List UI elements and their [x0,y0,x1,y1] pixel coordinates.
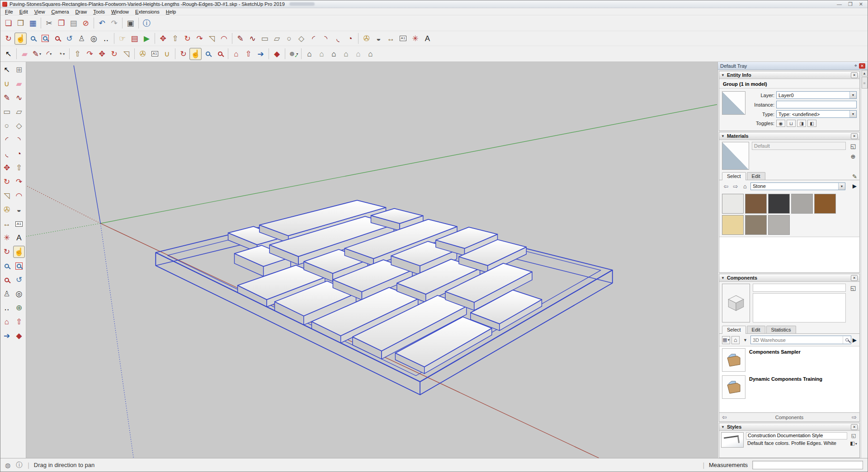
secondary-pane-icon[interactable]: ◱ [850,285,856,291]
offset-tool[interactable]: ◠ [218,33,230,45]
visible-toggle[interactable]: ◉ [776,120,785,127]
back-icon[interactable]: ⇦ [722,182,730,190]
style-name[interactable]: Construction Documentation Style [746,432,847,439]
push-pull-tool[interactable]: ⇧ [13,162,25,174]
component-options-tool[interactable]: ▤ [128,33,141,45]
cut-tool[interactable]: ✂ [43,17,55,29]
print-tool[interactable]: ▣ [124,17,137,29]
text-tool[interactable]: A1 [149,48,161,60]
zoom-extents-tool[interactable] [51,33,63,45]
menu-camera[interactable]: Camera [48,9,72,15]
pan-tool[interactable]: ☝ [189,48,202,60]
layer-dropdown[interactable]: Layer0 ▼ [776,91,857,99]
material-swatch-rock-moss[interactable] [745,215,767,235]
rotate-tool[interactable]: ↻ [108,48,120,60]
rotate-tool[interactable]: ↻ [1,176,13,188]
select-tool[interactable]: ↖ [1,64,13,76]
scroll-thumb[interactable]: ≡ [862,77,868,89]
new-file-tool[interactable]: ❏ [2,17,14,29]
dimension-tool[interactable]: ↔ [385,33,397,45]
tape-measure-tool[interactable]: ✇ [1,204,13,216]
material-swatch-travertine-tan[interactable] [722,215,744,235]
paint-bucket-tool[interactable]: ∪ [1,78,13,90]
secondary-pane-icon[interactable]: ◱ [850,143,856,150]
zoom-window-tool[interactable] [13,260,25,272]
redo-tool[interactable]: ↷ [108,17,120,29]
tape-measure-tool[interactable]: ✇ [137,48,149,60]
zoom-tool[interactable] [27,33,39,45]
component-name-field[interactable] [753,284,846,292]
pie-tool[interactable]: ◔ [344,33,356,45]
share-component-tool[interactable]: ➔ [255,48,267,60]
zoom-previous-tool[interactable]: ↺ [13,274,25,286]
forward-icon[interactable]: ⇨ [731,182,740,190]
paint-bucket-tool[interactable]: ∪ [161,48,173,60]
paste-tool[interactable]: ▤ [67,17,80,29]
dimension-tool[interactable]: ↔ [1,218,13,230]
orbit-tool[interactable]: ↻ [1,246,13,258]
open-file-tool[interactable]: ❒ [14,17,27,29]
3d-text-tool[interactable]: A [13,232,25,244]
arc-tool[interactable]: ◜ [307,33,320,45]
search-icon[interactable] [843,336,851,344]
pie-tool[interactable]: ◔ [13,148,25,160]
view-options-icon[interactable]: ▦▾ [722,336,730,344]
scale-tool[interactable]: ◹ [120,48,132,60]
nav-forward-icon[interactable]: ⇨ [852,414,857,421]
axes-tool[interactable]: ✳ [409,33,421,45]
model-viewport[interactable] [26,62,717,458]
update-style-icon[interactable]: ◧▾ [850,440,857,446]
rectangle-tool[interactable]: ▭ [259,33,271,45]
polygon-tool[interactable]: ◇ [295,33,307,45]
collection-dropdown[interactable]: Stone ▼ [750,182,845,190]
material-swatch-granite-brown[interactable] [745,194,767,214]
axes-tool[interactable]: ✳ [1,232,13,244]
component-description-field[interactable] [753,293,846,322]
details-arrow-icon[interactable]: ▶ [853,337,857,343]
share-component-tool[interactable]: ➔ [1,330,13,342]
rectangle-tool[interactable]: ▭ [1,106,13,118]
measurements-input[interactable] [752,461,863,469]
tab-select[interactable]: Select [722,326,746,334]
geolocation-icon[interactable]: ◍ [5,462,10,469]
component-attributes-tool[interactable]: ▶ [141,33,153,45]
rotate-tool[interactable]: ↻ [181,33,193,45]
components-close-button[interactable]: ✕ [851,275,858,281]
pin-icon[interactable]: ⌖ [854,63,857,69]
orbit-tool[interactable]: ↻ [177,48,189,60]
zoom-previous-tool[interactable]: ↺ [63,33,75,45]
material-swatch-brown[interactable] [814,194,836,214]
view-left-tool[interactable]: ⌂ [364,48,377,60]
zoom-tool[interactable] [1,260,13,272]
home-icon[interactable]: ⌂ [731,336,740,344]
interact-tool[interactable]: ☞ [116,33,128,45]
walk-tool[interactable]: ‥ [100,33,112,45]
material-name-field[interactable]: Default [752,142,846,150]
material-swatch-concrete-gray[interactable] [791,194,813,214]
styles-close-button[interactable]: ✕ [851,424,858,430]
save-file-tool[interactable]: ▦ [27,17,39,29]
model-info-tool[interactable]: ⓘ [141,17,153,29]
tab-select[interactable]: Select [722,172,746,180]
component-folder-thumbnail[interactable] [722,375,745,399]
create-material-icon[interactable]: ⊕ [851,153,856,160]
protractor-tool[interactable]: ◒ [373,33,385,45]
materials-close-button[interactable]: ✕ [851,133,858,139]
tab-statistics[interactable]: Statistics [766,326,796,333]
zoom-extents-tool[interactable] [214,48,226,60]
move-tool[interactable]: ✥ [96,48,108,60]
collapse-arrow-icon[interactable]: ▼ [721,425,725,429]
receive-shadows-toggle[interactable]: ◧ [807,120,816,127]
material-swatch-stone-gray[interactable] [768,215,790,235]
restore-button[interactable]: ❐ [848,2,853,7]
position-camera-tool[interactable]: ♙ [75,33,88,45]
menu-tools[interactable]: Tools [90,9,108,15]
pan-tool[interactable]: ☝ [13,246,25,258]
lock-toggle[interactable]: ⊔ [787,120,796,127]
tab-edit[interactable]: Edit [747,172,765,180]
display-pane-icon[interactable]: ◱ [851,433,856,439]
line-tool[interactable]: ✎ [1,92,13,104]
type-dropdown[interactable]: Type: <undefined> ▼ [776,110,857,118]
rotated-rectangle-tool[interactable]: ▱ [13,106,25,118]
freehand-tool[interactable]: ∿ [246,33,259,45]
